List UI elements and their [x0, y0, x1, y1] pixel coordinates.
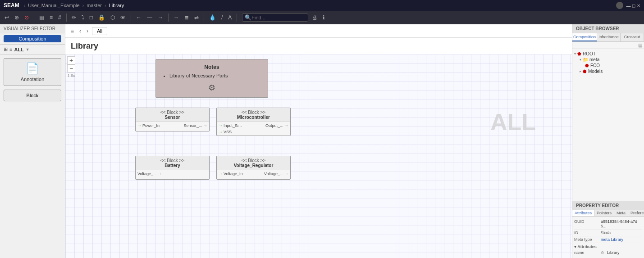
tree-item-fco[interactable]: ⬟ FCO: [585, 63, 642, 68]
sidebar-header: VISUALIZER SELECTOR: [0, 24, 65, 33]
mc-port-in-arrow-2: →: [219, 130, 223, 134]
mc-port-input: → Input_Si... Output_... →: [219, 123, 288, 128]
block-microcontroller[interactable]: << Block >> Microcontroller → Input_Si..…: [216, 108, 291, 136]
fco-icon: ⬟: [585, 63, 589, 68]
list-view-btn[interactable]: ≡: [9, 47, 12, 52]
breadcrumb-current: Library: [109, 3, 124, 8]
dropdown-icon[interactable]: ▼: [26, 47, 30, 52]
content-list-btn[interactable]: ≡: [69, 27, 76, 35]
toolbar-list[interactable]: ≡: [48, 14, 55, 22]
root-icon: ⬟: [577, 51, 581, 56]
notes-gear-icon: ⚙: [162, 83, 261, 93]
block-voltage-regulator[interactable]: << Block >> Voltage_Regulator → Voltage_…: [216, 156, 291, 180]
left-sidebar: VISUALIZER SELECTOR Composition ⊞ ≡ ALL …: [0, 24, 65, 258]
toolbar-box[interactable]: □: [88, 14, 95, 22]
content-nav-prev[interactable]: ‹: [78, 27, 83, 35]
notes-box: Notes Library of Necessary Parts ⚙: [155, 59, 268, 98]
tree-indent-1: ▾ 📁 meta ⬟ FCO ▸ ⬟ Models: [574, 57, 642, 74]
vr-ports: → Voltage_In Voltage_... →: [217, 170, 290, 179]
mc-header: << Block >> Microcontroller: [217, 108, 290, 122]
toolbar-exchange[interactable]: ⇌: [192, 14, 201, 22]
toolbar-fill[interactable]: 💧: [207, 14, 218, 22]
toolbar-add[interactable]: ⊕: [13, 14, 21, 22]
breadcrumb-branch[interactable]: master: [87, 3, 102, 8]
prop-row-metatype: Meta type meta Library: [574, 236, 642, 243]
mc-stereotype: << Block >>: [219, 110, 288, 115]
search-input[interactable]: [251, 15, 306, 20]
search-box: 🔍: [242, 14, 308, 22]
toolbar-pen[interactable]: ✏: [70, 14, 78, 22]
toolbar-arrow-right[interactable]: →: [156, 14, 165, 22]
toolbar-text[interactable]: A: [226, 14, 233, 22]
sensor-port-in-arrow: →: [137, 123, 142, 128]
user-avatar[interactable]: [616, 2, 623, 9]
composition-btn[interactable]: Composition: [4, 35, 61, 42]
mc-port-vss: → VSS: [219, 130, 288, 134]
object-browser-title: OBJECT BROWSER: [572, 24, 644, 33]
toolbar-back[interactable]: ↩: [3, 14, 11, 22]
block-sensor[interactable]: << Block >> Sensor → Power_In Sensor_...…: [135, 108, 210, 131]
ob-filter-btn[interactable]: ▤: [638, 43, 642, 48]
prop-row-guid: GUID a9518384-9484-a7d5...: [574, 218, 642, 230]
prop-tab-attributes[interactable]: Attributes: [572, 210, 594, 216]
all-filter-btn[interactable]: ALL: [14, 47, 23, 52]
zoom-out-btn[interactable]: −: [67, 64, 75, 72]
prop-key-name: name: [574, 250, 599, 255]
sidebar-item-annotation[interactable]: 📄 Annotation: [4, 58, 61, 86]
prop-name-icon: ⊙: [601, 250, 604, 255]
ob-tab-crosscut[interactable]: Crosscut: [621, 33, 644, 41]
zoom-in-btn[interactable]: +: [67, 56, 75, 64]
tab-all[interactable]: All: [92, 27, 107, 35]
grid-view-btn[interactable]: ⊞: [4, 46, 8, 52]
prop-tab-pointers[interactable]: Pointers: [594, 210, 614, 216]
toolbar-sep-4: [168, 14, 169, 22]
toolbar-arrow-left[interactable]: ←: [134, 14, 143, 22]
tree-item-models[interactable]: ▸ ⬟ Models: [580, 68, 642, 74]
toolbar-stop[interactable]: ⊙: [23, 14, 31, 22]
prop-tab-meta[interactable]: Meta: [614, 210, 628, 216]
sidebar-item-block[interactable]: Block: [4, 90, 61, 101]
ob-tab-composition[interactable]: Composition: [572, 33, 597, 41]
sensor-stereotype: << Block >>: [138, 110, 206, 115]
toolbar-undo[interactable]: ⤵: [80, 14, 86, 22]
toolbar-horz[interactable]: ↔: [172, 14, 181, 22]
sidebar-items: 📄 Annotation Block: [0, 54, 65, 105]
vr-header: << Block >> Voltage_Regulator: [217, 156, 290, 170]
mc-port-out-label: Output_... →: [265, 123, 288, 128]
content-nav-next[interactable]: ›: [85, 27, 90, 35]
notes-item-0: Library of Necessary Parts: [169, 73, 261, 78]
battery-stereotype: << Block >>: [138, 158, 206, 163]
vr-port-in-arrow: →: [219, 172, 223, 176]
annotation-label: Annotation: [21, 77, 45, 82]
window-controls: ▬ ◻ ✕: [626, 3, 640, 8]
breadcrumb-project[interactable]: User_Manual_Example: [28, 3, 79, 8]
prop-rows: GUID a9518384-9484-a7d5... ID /1/x/a Met…: [572, 217, 644, 258]
toolbar-print[interactable]: 🖨: [310, 14, 319, 22]
battery-port-out-label: Voltage_... →: [137, 172, 162, 176]
toolbar-hash[interactable]: #: [56, 14, 63, 22]
content-area: ≡ ‹ › All Library + − 1.6x Notes Library…: [65, 24, 572, 258]
tree-item-meta[interactable]: ▾ 📁 meta: [580, 57, 642, 63]
battery-port-voltage: Voltage_... →: [137, 172, 207, 176]
ob-tab-inheritance[interactable]: Inheritance: [597, 33, 621, 41]
toolbar-info[interactable]: ℹ: [321, 14, 327, 22]
canvas[interactable]: + − 1.6x Notes Library of Necessary Part…: [65, 54, 572, 258]
tree-root[interactable]: ▾ ⬟ ROOT: [574, 51, 642, 57]
prop-val-metatype[interactable]: meta Library: [601, 237, 623, 242]
ob-tree: ▾ ⬟ ROOT ▾ 📁 meta ⬟ FCO ▸ ⬟: [572, 49, 644, 76]
prop-tab-preferences[interactable]: Preferences: [628, 210, 644, 216]
toolbar-hex[interactable]: ⬡: [109, 14, 117, 22]
toolbar-sep-1: [34, 14, 34, 22]
prop-key-id: ID: [574, 231, 599, 235]
toolbar-grid[interactable]: ▦: [37, 14, 46, 22]
toolbar-lock[interactable]: 🔒: [96, 14, 107, 22]
sensor-name: Sensor: [138, 115, 206, 120]
toolbar-lines[interactable]: ≣: [183, 14, 191, 22]
sensor-header: << Block >> Sensor: [136, 108, 209, 122]
toolbar-dash[interactable]: —: [145, 14, 154, 22]
block-battery[interactable]: << Block >> Battery Voltage_... →: [135, 156, 210, 180]
toolbar-sep-2: [66, 14, 67, 22]
toolbar-line-tool[interactable]: /: [219, 14, 224, 22]
toolbar-eye[interactable]: 👁: [119, 14, 128, 22]
breadcrumb-sep-3: ›: [105, 3, 106, 8]
